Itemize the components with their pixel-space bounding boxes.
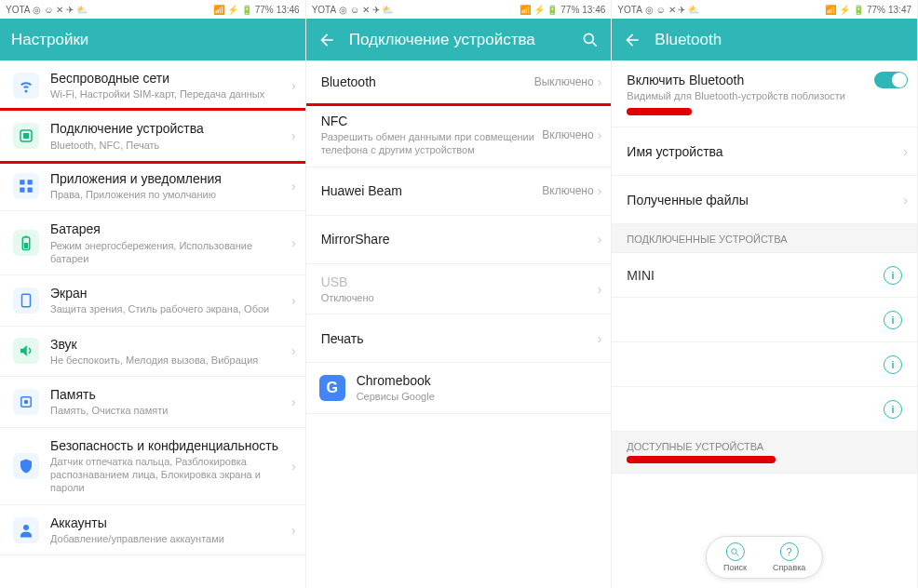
- info-icon[interactable]: i: [884, 266, 902, 285]
- bluetooth-panel: YOTA ◎ ☺ ✕ ✈ ⛅ 📶 ⚡ 🔋 77% 13:47 Bluetooth…: [612, 0, 918, 588]
- search-icon: [726, 542, 745, 561]
- help-icon: ?: [780, 542, 799, 561]
- chevron-right-icon: ›: [598, 282, 602, 297]
- chevron-right-icon: ›: [903, 144, 908, 159]
- svg-rect-2: [20, 180, 24, 184]
- bluetooth-content: Включить Bluetooth Видимый для Bluetooth…: [612, 60, 917, 588]
- row-received-files[interactable]: Полученные файлы ›: [612, 176, 917, 224]
- header: Подключение устройства: [306, 19, 612, 60]
- row-battery[interactable]: Батарея Режим энергосбережения, Использо…: [0, 211, 305, 275]
- row-bluetooth[interactable]: Bluetooth Выключено ›: [306, 60, 612, 106]
- info-icon[interactable]: i: [884, 355, 902, 374]
- chevron-right-icon: ›: [598, 74, 602, 89]
- header: Bluetooth: [612, 19, 917, 60]
- memory-icon: [13, 389, 39, 415]
- paired-device[interactable]: i: [612, 387, 917, 432]
- chevron-right-icon: ›: [291, 128, 296, 143]
- google-icon: G: [319, 375, 345, 401]
- svg-line-16: [736, 553, 738, 555]
- settings-main-panel: YOTA ◎ ☺ ✕ ✈ ⛅ 📶 ⚡ 🔋 77% 13:46 Настройки…: [0, 0, 306, 588]
- row-device-name[interactable]: Имя устройства ›: [612, 127, 917, 176]
- row-print[interactable]: Печать ›: [306, 314, 612, 363]
- section-available: ДОСТУПНЫЕ УСТРОЙСТВА: [612, 432, 917, 474]
- row-accounts[interactable]: Аккаунты Добавление/управление аккаунтам…: [0, 505, 305, 555]
- connection-list: Bluetooth Выключено › NFC Разрешить обме…: [306, 60, 612, 588]
- chevron-right-icon: ›: [903, 193, 908, 207]
- chevron-right-icon: ›: [598, 183, 602, 198]
- svg-rect-4: [20, 187, 24, 192]
- row-security[interactable]: Безопасность и конфиденциальность Датчик…: [0, 428, 305, 505]
- fab-search[interactable]: Поиск: [723, 542, 747, 572]
- row-nfc[interactable]: NFC Разрешить обмен данными при совмещен…: [306, 103, 612, 167]
- row-device-connection[interactable]: Подключение устройства Bluetooth, NFC, П…: [0, 108, 305, 163]
- svg-point-11: [24, 400, 29, 405]
- fab-toolbar: Поиск ? Справка: [706, 536, 823, 579]
- svg-rect-5: [28, 187, 33, 192]
- row-wireless[interactable]: Беспроводные сети Wi-Fi, Настройки SIM-к…: [0, 60, 305, 111]
- page-title: Настройки: [11, 31, 294, 49]
- svg-point-15: [732, 548, 737, 554]
- svg-rect-8: [24, 243, 29, 248]
- svg-point-13: [585, 33, 594, 43]
- paired-device[interactable]: i: [612, 298, 917, 342]
- row-chromebook[interactable]: G Chromebook Сервисы Google: [306, 363, 612, 413]
- chevron-right-icon: ›: [291, 394, 296, 409]
- display-icon: [13, 287, 39, 314]
- row-mirrorshare[interactable]: MirrorShare ›: [306, 216, 612, 264]
- highlight-bar: [627, 108, 692, 115]
- chevron-right-icon: ›: [291, 343, 296, 358]
- row-memory[interactable]: Память Память, Очистка памяти ›: [0, 377, 305, 427]
- row-enable-bluetooth: Включить Bluetooth Видимый для Bluetooth…: [612, 60, 917, 127]
- chevron-right-icon: ›: [291, 179, 296, 194]
- battery-icon: [13, 230, 39, 256]
- svg-line-14: [593, 42, 597, 46]
- apps-icon: [13, 173, 39, 199]
- paired-device[interactable]: MINI i: [612, 253, 917, 298]
- status-bar: YOTA ◎ ☺ ✕ ✈ ⛅ 📶 ⚡ 🔋 77% 13:46: [0, 0, 305, 19]
- row-huawei-beam[interactable]: Huawei Beam Включено ›: [306, 167, 612, 216]
- shield-icon: [13, 453, 39, 479]
- device-icon: [13, 123, 39, 149]
- status-bar: YOTA ◎ ☺ ✕ ✈ ⛅ 📶 ⚡ 🔋 77% 13:47: [612, 0, 917, 19]
- device-connection-panel: YOTA ◎ ☺ ✕ ✈ ⛅ 📶 ⚡ 🔋 77% 13:46 Подключен…: [306, 0, 613, 588]
- highlight-bar: [627, 456, 776, 463]
- back-icon[interactable]: [317, 31, 336, 49]
- chevron-right-icon: ›: [291, 235, 296, 250]
- row-usb: USB Отключено ›: [306, 264, 612, 314]
- svg-rect-9: [22, 294, 31, 307]
- svg-rect-3: [28, 180, 33, 184]
- status-bar: YOTA ◎ ☺ ✕ ✈ ⛅ 📶 ⚡ 🔋 77% 13:46: [306, 0, 612, 19]
- header: Настройки: [0, 19, 305, 60]
- row-apps[interactable]: Приложения и уведомления Права, Приложен…: [0, 161, 305, 211]
- row-display[interactable]: Экран Защита зрения, Стиль рабочего экра…: [0, 275, 305, 326]
- chevron-right-icon: ›: [291, 293, 296, 308]
- svg-rect-1: [23, 133, 29, 139]
- section-paired: ПОДКЛЮЧЕННЫЕ УСТРОЙСТВА: [612, 224, 917, 253]
- settings-list: Беспроводные сети Wi-Fi, Настройки SIM-к…: [0, 60, 305, 588]
- paired-device[interactable]: i: [612, 342, 917, 387]
- fab-help[interactable]: ? Справка: [773, 542, 805, 572]
- search-icon[interactable]: [581, 31, 600, 49]
- svg-point-12: [23, 525, 29, 530]
- chevron-right-icon: ›: [598, 232, 602, 247]
- info-icon[interactable]: i: [884, 311, 902, 329]
- page-title: Подключение устройства: [349, 31, 569, 49]
- page-title: Bluetooth: [655, 31, 906, 49]
- chevron-right-icon: ›: [598, 331, 602, 346]
- row-sound[interactable]: Звук Не беспокоить, Мелодия вызова, Вибр…: [0, 327, 305, 377]
- chevron-right-icon: ›: [598, 127, 602, 142]
- chevron-right-icon: ›: [291, 523, 296, 538]
- wifi-icon: [13, 73, 39, 99]
- svg-rect-7: [25, 236, 28, 238]
- back-icon[interactable]: [623, 31, 641, 49]
- account-icon: [13, 517, 39, 543]
- chevron-right-icon: ›: [291, 459, 296, 474]
- sound-icon: [13, 338, 39, 364]
- bluetooth-toggle[interactable]: [874, 72, 908, 88]
- chevron-right-icon: ›: [291, 78, 296, 93]
- info-icon[interactable]: i: [884, 400, 902, 419]
